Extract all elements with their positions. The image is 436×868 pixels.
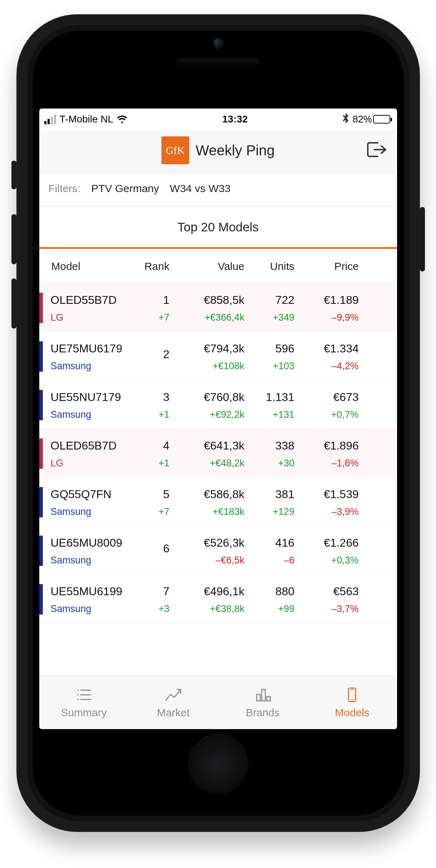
table-row[interactable]: UE75MU6179Samsung2€794,3k+€108k596+103€1… — [39, 332, 397, 381]
model-name: OLED65B7D — [51, 438, 134, 453]
tab-market[interactable]: Market — [129, 676, 218, 729]
cell-value: €496,1k+€38,8k — [173, 584, 245, 614]
cell-value: €586,8k+€183k — [173, 487, 245, 517]
price-amount: €673 — [333, 390, 359, 404]
signal-bars-icon — [44, 115, 56, 124]
cell-rank: 7+3 — [134, 584, 173, 614]
battery-percent: 82% — [352, 114, 372, 125]
brand-name: Samsung — [51, 555, 134, 566]
value-delta: +€48,2k — [210, 458, 245, 469]
table-header: Model Rank Value Units Price — [39, 249, 397, 284]
cell-rank: 6 — [134, 536, 173, 566]
col-price: Price — [295, 260, 359, 272]
top-hardware — [143, 59, 293, 64]
table-row[interactable]: OLED55B7DLG1+7€858,5k+€366,4k722+349€1.1… — [39, 284, 397, 332]
tab-models[interactable]: Models — [307, 676, 397, 729]
tab-summary[interactable]: Summary — [39, 676, 129, 729]
exit-button[interactable] — [366, 141, 386, 160]
cell-rank: 4+1 — [134, 438, 173, 469]
front-camera — [213, 38, 224, 49]
svg-point-0 — [77, 689, 79, 691]
price-amount: €1.189 — [324, 293, 359, 307]
price-delta: –3,7% — [331, 603, 359, 614]
table-row[interactable]: UE55MU6199Samsung7+3€496,1k+€38,8k880+99… — [39, 575, 397, 623]
cell-value: €794,3k+€108k — [173, 341, 245, 372]
phone-icon — [343, 687, 361, 703]
cell-rank: 2 — [134, 341, 173, 372]
cell-units: 338+30 — [245, 438, 295, 469]
price-amount: €1.266 — [324, 536, 359, 550]
units-amount: 416 — [275, 536, 294, 550]
cell-value: €760,8k+€92,2k — [173, 390, 245, 420]
value-delta: +€38,8k — [210, 603, 245, 614]
carrier-label: T-Mobile NL — [60, 114, 114, 125]
rank-value: 4 — [163, 438, 170, 453]
svg-point-2 — [77, 694, 79, 696]
bluetooth-icon — [342, 113, 349, 126]
brand-name: Samsung — [51, 506, 134, 517]
gfk-logo: GfK — [161, 136, 189, 164]
model-name: UE55NU7179 — [51, 390, 134, 404]
mute-switch — [11, 161, 16, 189]
price-amount: €1.539 — [324, 487, 359, 501]
value-amount: €858,5k — [204, 293, 245, 307]
value-delta: +€108k — [212, 361, 244, 372]
rank-delta: +7 — [159, 312, 170, 323]
cell-units: 880+99 — [245, 584, 295, 614]
price-delta: +0,7% — [331, 409, 359, 420]
units-amount: 596 — [275, 341, 294, 356]
rank-value: 7 — [163, 584, 170, 598]
cell-units: 722+349 — [245, 293, 295, 323]
value-amount: €794,3k — [204, 341, 245, 356]
model-name: OLED55B7D — [51, 293, 134, 307]
price-amount: €1.896 — [324, 438, 359, 453]
app-screen: T-Mobile NL 13:32 82% — [39, 109, 397, 729]
cell-model: UE55MU6199Samsung — [43, 584, 134, 614]
price-delta: –4,2% — [331, 361, 359, 372]
cell-model: OLED65B7DLG — [43, 438, 134, 469]
rank-value: 6 — [163, 541, 170, 556]
earpiece-speaker — [177, 59, 259, 64]
col-value: Value — [173, 260, 245, 272]
table-row[interactable]: UE55NU7179Samsung3+1€760,8k+€92,2k1.131+… — [39, 381, 397, 429]
rank-delta: +3 — [159, 603, 170, 614]
filters-label: Filters: — [49, 182, 81, 195]
tab-brands[interactable]: Brands — [218, 676, 308, 729]
svg-point-4 — [77, 699, 79, 700]
units-delta: +349 — [273, 312, 295, 323]
model-name: UE65MU8009 — [51, 536, 134, 550]
cell-price: €673+0,7% — [295, 390, 359, 420]
volume-down-button — [11, 279, 16, 328]
table-row[interactable]: GQ55Q7FNSamsung5+7€586,8k+€183k381+129€1… — [39, 478, 397, 526]
filters-row[interactable]: Filters: PTV Germany W34 vs W33 — [39, 173, 397, 206]
brand-accent — [39, 438, 43, 469]
app-header: GfK Weekly Ping — [39, 130, 397, 173]
units-delta: +131 — [273, 409, 295, 420]
table-row[interactable]: OLED65B7DLG4+1€641,3k+€48,2k338+30€1.896… — [39, 429, 397, 478]
brand-accent — [39, 293, 43, 323]
cell-price: €1.266+0,3% — [295, 536, 359, 566]
value-amount: €586,8k — [204, 487, 245, 501]
table-row[interactable]: UE65MU8009Samsung6€526,3k–€6,5k416–6€1.2… — [39, 526, 397, 575]
cell-units: 1.131+131 — [245, 390, 295, 420]
cell-units: 381+129 — [245, 487, 295, 517]
exit-icon — [366, 141, 386, 159]
value-amount: €496,1k — [204, 584, 245, 598]
section-title: Top 20 Models — [39, 206, 397, 249]
units-amount: 338 — [275, 438, 294, 453]
cell-model: GQ55Q7FNSamsung — [43, 487, 134, 517]
brand-name: Samsung — [51, 409, 134, 420]
cell-model: OLED55B7DLG — [43, 293, 134, 323]
cell-price: €1.189–9,9% — [295, 293, 359, 323]
units-amount: 1.131 — [266, 390, 294, 404]
value-delta: +€92,2k — [210, 409, 245, 420]
rank-value: 2 — [163, 347, 170, 361]
svg-point-11 — [351, 699, 353, 701]
cell-rank: 5+7 — [134, 487, 173, 517]
cell-model: UE75MU6179Samsung — [43, 341, 134, 372]
price-delta: –9,9% — [331, 312, 359, 323]
cell-model: UE65MU8009Samsung — [43, 536, 134, 566]
battery-icon — [373, 115, 390, 124]
cell-rank: 3+1 — [134, 390, 173, 420]
units-delta: +99 — [278, 603, 295, 614]
